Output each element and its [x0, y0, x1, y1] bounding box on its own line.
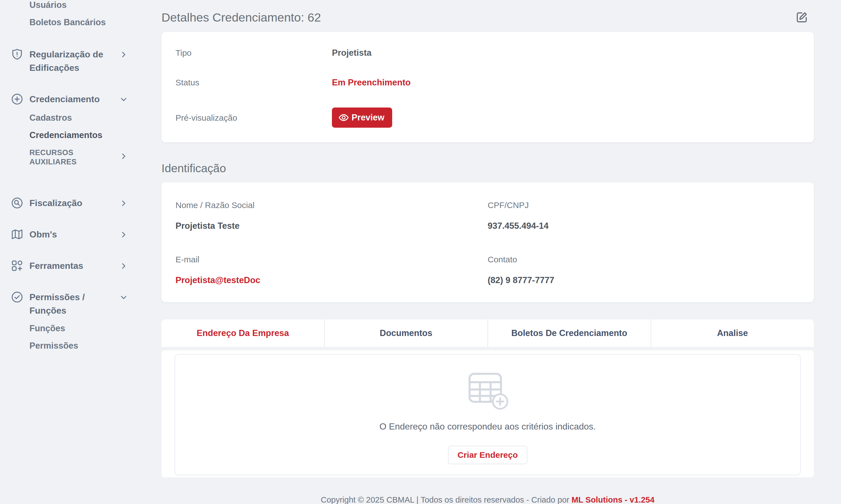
tab-documentos[interactable]: Documentos: [324, 320, 487, 347]
brand-version-link[interactable]: ML Solutions - v1.254: [571, 495, 655, 504]
chevron-right-icon: [119, 231, 128, 239]
chevron-right-icon: [119, 199, 128, 208]
main-content: Detalhes Credenciamento: 62 Tipo Projeti…: [161, 0, 814, 504]
tab-analise[interactable]: Analise: [651, 320, 814, 347]
sidebar-item-permissoes[interactable]: Permissões: [30, 341, 122, 350]
preview-button[interactable]: Preview: [332, 108, 392, 128]
field-cpf-cnpj: CPF/CNPJ 937.455.494-14: [488, 201, 800, 231]
footer: Copyright © 2025 CBMAL | Todos os direit…: [161, 495, 814, 504]
grid-plus-icon: [11, 259, 23, 272]
edit-button[interactable]: [795, 11, 808, 24]
page-title: Detalhes Credenciamento: 62: [161, 11, 321, 24]
chevron-right-icon: [119, 262, 128, 270]
detail-row-status: Status Em Preenchimento: [175, 78, 800, 87]
sidebar-item-recursos-auxiliares[interactable]: RECURSOS AUXILIARES: [11, 148, 140, 175]
copyright-text: Copyright © 2025 CBMAL | Todos os direit…: [321, 495, 571, 504]
empty-state-card: O Endereço não correspondeu aos critério…: [175, 354, 801, 475]
chevron-down-icon: [119, 95, 128, 104]
detail-row-preview: Pré-visualização Preview: [175, 108, 800, 128]
detail-value: Projetista: [332, 48, 372, 58]
chevron-right-icon: [119, 50, 128, 59]
sidebar-item-ferramentas[interactable]: Ferramentas: [11, 259, 140, 272]
sidebar-item-credenciamento[interactable]: Credenciamento: [11, 92, 140, 106]
tab-panel: O Endereço não correspondeu aos critério…: [161, 350, 814, 478]
detail-row-tipo: Tipo Projetista: [175, 48, 800, 58]
tab-endereco-da-empresa[interactable]: Endereço Da Empresa: [161, 320, 324, 347]
create-address-button[interactable]: Criar Endereço: [448, 446, 527, 464]
sidebar-item-obms[interactable]: Obm's: [11, 228, 140, 241]
sidebar-item-cadastros[interactable]: Cadastros: [30, 113, 122, 122]
sidebar-item-credenciamentos[interactable]: Credenciamentos: [30, 131, 122, 140]
identification-card: Nome / Razão Social Projetista Teste CPF…: [161, 182, 814, 302]
chevron-down-icon: [119, 293, 128, 302]
pencil-square-icon: [795, 11, 808, 24]
sidebar-item-fiscalizacao[interactable]: Fiscalização: [11, 196, 140, 210]
shield-exclamation-icon: [11, 48, 23, 61]
map-icon: [11, 228, 23, 241]
chevron-right-icon: [119, 152, 128, 160]
empty-state-message: O Endereço não correspondeu aos critério…: [380, 421, 596, 432]
tab-bar: Endereço Da Empresa Documentos Boletos D…: [161, 320, 814, 347]
eye-icon: [338, 112, 349, 123]
table-plus-icon: [467, 368, 509, 410]
sidebar-item-funcoes[interactable]: Funções: [30, 324, 122, 332]
sidebar-item-regularizacao[interactable]: Regularização de Edificações: [11, 48, 140, 74]
sidebar-item-permissoes-funcoes[interactable]: Permissões / Funções: [11, 290, 140, 317]
check-circle-icon: [11, 291, 23, 304]
sidebar-item-boletos-bancarios[interactable]: Boletos Bancários: [30, 18, 122, 26]
sidebar-item-usuarios[interactable]: Usuários: [30, 1, 122, 9]
search-circle-icon: [11, 197, 23, 210]
field-contato: Contato (82) 9 8777-7777: [488, 255, 800, 285]
tab-boletos-de-credenciamento[interactable]: Boletos De Credenciamento: [487, 320, 651, 347]
field-email: E-mail Projetista@testeDoc: [175, 255, 488, 285]
status-badge: Em Preenchimento: [332, 78, 411, 87]
detail-label: Pré-visualização: [175, 108, 332, 123]
detail-label: Status: [175, 78, 332, 87]
details-card: Tipo Projetista Status Em Preenchimento …: [161, 32, 814, 142]
plus-circle-icon: [11, 93, 23, 106]
identification-heading: Identificação: [161, 162, 814, 175]
field-nome-razao-social: Nome / Razão Social Projetista Teste: [175, 201, 488, 231]
detail-label: Tipo: [175, 48, 332, 58]
sidebar: Usuários Boletos Bancários Regularização…: [0, 0, 140, 504]
